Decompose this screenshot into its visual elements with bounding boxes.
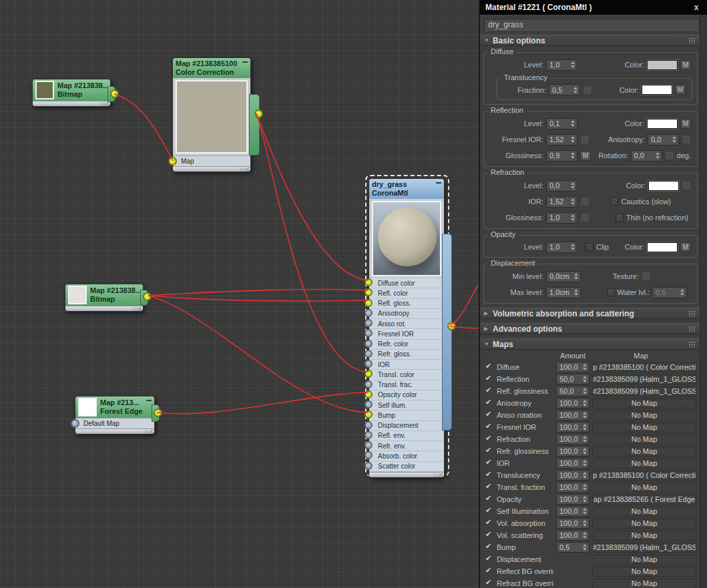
node-resize-grip[interactable]: [369, 472, 444, 477]
aniso-rotation-map-button[interactable]: No Map: [592, 410, 696, 420]
diffuse-amount-spinner[interactable]: 100,0: [556, 362, 590, 372]
refraction-checkbox[interactable]: ✔: [485, 435, 494, 444]
aniso-rotation-amount-spinner[interactable]: 100,0: [556, 410, 590, 420]
drag-grip-icon[interactable]: [688, 310, 696, 316]
slot-refl-color[interactable]: Refl. color: [369, 288, 444, 298]
displacement-checkbox[interactable]: ✔: [485, 555, 494, 564]
input-socket[interactable]: [365, 299, 373, 307]
reflection-color-map-button[interactable]: M: [680, 119, 691, 129]
refr-glossiness-amount-spinner[interactable]: 100,0: [556, 446, 590, 457]
slot-scatter-color[interactable]: Scatter color: [369, 462, 444, 472]
node-color-correction[interactable]: Map #2138385100 Color Correction Map: [172, 57, 251, 172]
reflection-map-button[interactable]: #2138385099 (Halm_1_GLOSS.: [592, 374, 696, 384]
opacity-amount-spinner[interactable]: 100,0: [556, 494, 590, 505]
refract-bg-override-map-button[interactable]: No Map: [592, 579, 696, 588]
slot-fresnel-ior[interactable]: Fresnel IOR: [369, 329, 444, 339]
opacity-map-button[interactable]: ap #2138385265 ( Forest Edge: [592, 495, 696, 505]
panel-scrollbar[interactable]: [700, 15, 707, 588]
slot-self-illum[interactable]: Self illum.: [369, 400, 444, 410]
input-socket[interactable]: [365, 370, 373, 378]
input-socket[interactable]: [365, 400, 373, 408]
glossiness-map-button[interactable]: M: [580, 151, 591, 161]
slot-refr-color[interactable]: Refr. color: [369, 340, 444, 350]
vol-scattering-amount-spinner[interactable]: 100,0: [556, 530, 590, 541]
output-socket[interactable]: [110, 89, 119, 98]
refraction-color-map-shortcut[interactable]: [682, 181, 691, 190]
ior-amount-spinner[interactable]: 100,0: [556, 458, 590, 469]
node-bitmap-1-header[interactable]: Map #213838... Bitmap: [33, 79, 110, 101]
slot-opacity-color[interactable]: Opacity color: [369, 390, 444, 400]
refraction-level-spinner[interactable]: 0,0: [546, 180, 577, 192]
wire-material-to-view-edge-upper[interactable]: [450, 285, 478, 325]
refraction-color-swatch[interactable]: [648, 181, 679, 191]
slot-refr-gloss[interactable]: Refr. gloss.: [369, 350, 444, 360]
reflect-bg-override-map-button[interactable]: No Map: [592, 567, 696, 577]
input-socket[interactable]: [168, 157, 177, 166]
refraction-glossiness-map-shortcut[interactable]: [580, 213, 590, 222]
input-socket[interactable]: [365, 278, 373, 286]
diffuse-color-swatch[interactable]: [647, 60, 678, 70]
wire-bitmap2-to-material-refl-gloss[interactable]: [148, 296, 369, 301]
input-socket[interactable]: [365, 319, 373, 327]
reflection-color-swatch[interactable]: [647, 119, 678, 129]
anisotropy-map-button[interactable]: No Map: [592, 398, 696, 408]
slot-diffuse-color[interactable]: Diffuse color: [369, 278, 444, 288]
output-socket[interactable]: [143, 292, 152, 301]
refr-glossiness-checkbox[interactable]: ✔: [485, 447, 494, 456]
refl-glossiness-checkbox[interactable]: ✔: [485, 387, 494, 396]
translucency-map-button[interactable]: M: [675, 85, 686, 95]
rotation-map-shortcut[interactable]: [665, 151, 674, 160]
wire-bitmap2-to-material-bump[interactable]: [148, 296, 369, 412]
node-resize-grip[interactable]: [33, 101, 110, 106]
input-socket[interactable]: [365, 451, 373, 459]
input-socket[interactable]: [365, 462, 373, 470]
thin-checkbox[interactable]: [616, 214, 624, 222]
refr-glossiness-map-button[interactable]: No Map: [592, 447, 696, 457]
anisotropy-map-shortcut[interactable]: [682, 135, 691, 144]
node-bitmap-1[interactable]: Map #213838... Bitmap: [32, 79, 111, 107]
drag-grip-icon[interactable]: [688, 37, 696, 43]
rollout-maps[interactable]: ▼ Maps: [480, 338, 700, 350]
translucency-fraction-map-shortcut[interactable]: [583, 85, 592, 95]
self-illumination-checkbox[interactable]: ✔: [485, 507, 494, 516]
aniso-rotation-checkbox[interactable]: ✔: [485, 411, 494, 420]
translucency-color-swatch[interactable]: [642, 85, 672, 95]
refl-glossiness-map-button[interactable]: #2138385099 (Halm_1_GLOSS.: [592, 386, 696, 396]
output-socket[interactable]: [447, 322, 456, 330]
vol-scattering-checkbox[interactable]: ✔: [485, 531, 494, 540]
slot-transl-color[interactable]: Transl. color: [369, 370, 444, 380]
input-socket[interactable]: [71, 419, 79, 428]
material-name-input[interactable]: [484, 19, 700, 31]
panel-titlebar[interactable]: Material #1221 ( CoronaMtl ) x: [480, 0, 707, 15]
minimize-icon[interactable]: [242, 61, 248, 64]
diffuse-level-spinner[interactable]: 1,0: [546, 59, 577, 71]
vol-absorption-checkbox[interactable]: ✔: [485, 519, 494, 528]
input-socket[interactable]: [365, 329, 373, 337]
output-socket[interactable]: [154, 408, 162, 417]
input-socket[interactable]: [365, 431, 373, 439]
slot-refl-gloss[interactable]: Refl. gloss.: [369, 299, 444, 309]
fresnel-ior-amount-spinner[interactable]: 100,0: [556, 422, 590, 432]
fresnel-ior-map-button[interactable]: No Map: [592, 422, 696, 432]
refract-bg-override-checkbox[interactable]: ✔: [485, 579, 494, 588]
diffuse-checkbox[interactable]: ✔: [485, 363, 494, 372]
translucency-checkbox[interactable]: ✔: [485, 471, 494, 480]
drag-grip-icon[interactable]: [688, 341, 696, 347]
node-resize-grip[interactable]: [75, 428, 154, 434]
input-socket[interactable]: [365, 441, 373, 449]
refraction-amount-spinner[interactable]: 100,0: [556, 434, 590, 445]
node-resize-grip[interactable]: [65, 306, 143, 311]
refraction-map-button[interactable]: No Map: [592, 434, 696, 445]
slot-refl-env[interactable]: Refl. env.: [369, 431, 444, 441]
reflect-bg-override-checkbox[interactable]: ✔: [485, 567, 494, 576]
min-level-spinner[interactable]: 0,0cm: [546, 271, 581, 282]
slot-aniso-rot[interactable]: Aniso rot.: [369, 319, 444, 329]
node-corona-material-header[interactable]: dry_grass CoronaMtl: [369, 179, 444, 199]
anisotropy-spinner[interactable]: 0,0: [648, 134, 679, 145]
reflection-level-spinner[interactable]: 0,1: [546, 118, 577, 129]
translucency-amount-spinner[interactable]: 100,0: [556, 470, 590, 481]
rollout-volumetric[interactable]: ▶ Volumetric absorption and scattering: [480, 308, 700, 319]
node-forest-edge-header[interactable]: Map #213... Forest Edge: [75, 396, 154, 418]
input-socket[interactable]: [365, 410, 373, 418]
ior-checkbox[interactable]: ✔: [485, 459, 494, 468]
